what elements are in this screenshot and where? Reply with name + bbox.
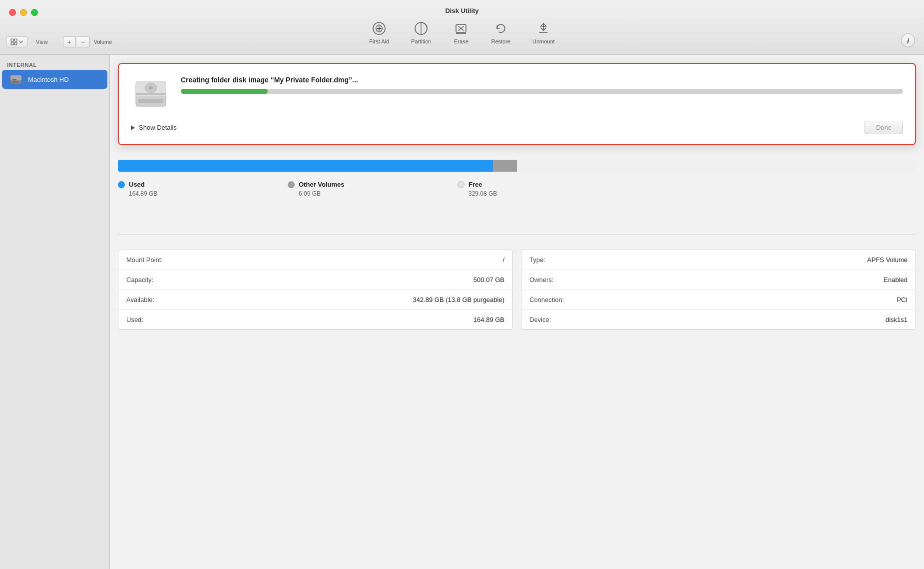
- other-label: Other Volumes: [299, 181, 345, 188]
- toolbar-first-aid[interactable]: First Aid: [365, 18, 393, 46]
- legend-item-used: Used 164.89 GB: [118, 181, 288, 197]
- erase-label: Erase: [454, 38, 468, 44]
- info-row-mount: Mount Point: /: [118, 250, 512, 270]
- info-table: Mount Point: / Capacity: 500.07 GB Avail…: [118, 250, 916, 330]
- toolbar-partition[interactable]: Partition: [407, 18, 435, 46]
- svg-rect-6: [14, 39, 17, 41]
- used-value: 164.89 GB: [118, 190, 157, 197]
- sidebar: Internal Macintosh HD: [0, 55, 110, 569]
- storage-bar: [118, 160, 916, 172]
- sidebar-item-macintosh-hd[interactable]: Macintosh HD: [2, 70, 107, 89]
- sidebar-section-internal: Internal: [0, 62, 109, 68]
- storage-bar-free: [517, 160, 916, 172]
- restore-icon: [493, 20, 509, 36]
- info-row-device: Device: disk1s1: [521, 310, 916, 329]
- mount-key: Mount Point:: [126, 256, 163, 264]
- add-volume-button[interactable]: +: [63, 36, 76, 47]
- maximize-button[interactable]: [31, 9, 38, 16]
- info-row-available: Available: 342.89 GB (13.8 GB purgeable): [118, 290, 512, 310]
- legend-item-free: Free 329.08 GB: [458, 181, 627, 197]
- type-key: Type:: [529, 256, 545, 264]
- toolbar-erase[interactable]: Erase: [449, 18, 473, 46]
- other-value: 6.09 GB: [288, 190, 321, 197]
- info-row-used: Used: 164.89 GB: [118, 310, 512, 329]
- owners-key: Owners:: [529, 276, 553, 284]
- device-val: disk1s1: [886, 316, 908, 323]
- info-row-connection: Connection: PCI: [521, 290, 916, 310]
- divider: [118, 235, 916, 235]
- main-content: Internal Macintosh HD 500.07 GB SHARED B…: [0, 55, 924, 569]
- info-row-capacity: Capacity: 500.07 GB: [118, 270, 512, 290]
- available-key: Available:: [126, 296, 154, 303]
- used-dot: [118, 181, 125, 188]
- storage-bar-other: [493, 160, 517, 172]
- legend-top-other: Other Volumes: [288, 181, 345, 188]
- unmount-label: Unmount: [532, 38, 555, 44]
- done-button[interactable]: Done: [865, 121, 903, 134]
- capacity-key: Capacity:: [126, 276, 153, 284]
- first-aid-label: First Aid: [369, 38, 389, 44]
- dialog-content: Creating folder disk image “My Private F…: [131, 74, 903, 134]
- svg-rect-13: [12, 79, 16, 80]
- disk-image-icon: [131, 74, 171, 114]
- progress-bar-container: [181, 89, 903, 94]
- view-button[interactable]: [6, 36, 28, 47]
- view-label: View: [36, 39, 48, 45]
- info-button[interactable]: i: [901, 33, 915, 47]
- minimize-button[interactable]: [20, 9, 27, 16]
- svg-rect-16: [136, 93, 166, 95]
- toolbar-unmount[interactable]: Unmount: [528, 18, 559, 46]
- dialog-top-row: Creating folder disk image “My Private F…: [131, 74, 903, 114]
- legend-top-used: Used: [118, 181, 145, 188]
- used-val: 164.89 GB: [473, 316, 504, 323]
- remove-volume-button[interactable]: −: [77, 36, 90, 47]
- used-key: Used:: [126, 316, 143, 323]
- restore-label: Restore: [491, 38, 510, 44]
- legend-item-other: Other Volumes 6.09 GB: [288, 181, 458, 197]
- toolbar-restore[interactable]: Restore: [487, 18, 514, 46]
- first-aid-icon: [371, 20, 387, 36]
- dialog-title: Creating folder disk image “My Private F…: [181, 76, 903, 84]
- info-col-left: Mount Point: / Capacity: 500.07 GB Avail…: [118, 250, 513, 330]
- hard-disk-icon: [9, 72, 23, 86]
- toolbar: First Aid Partition Erase: [365, 18, 558, 46]
- legend-top-free: Free: [458, 181, 482, 188]
- unmount-icon: [535, 20, 551, 36]
- info-row-type: Type: APFS Volume: [521, 250, 916, 270]
- partition-icon: [413, 20, 429, 36]
- owners-val: Enabled: [884, 276, 908, 284]
- progress-bar-fill: [181, 89, 268, 94]
- storage-bar-used: [118, 160, 493, 172]
- window-controls: [9, 9, 38, 16]
- svg-rect-5: [11, 39, 13, 41]
- sidebar-item-label: Macintosh HD: [28, 76, 69, 83]
- close-button[interactable]: [9, 9, 16, 16]
- show-details-button[interactable]: Show Details: [131, 124, 177, 131]
- show-details-label: Show Details: [139, 124, 177, 131]
- device-key: Device:: [529, 316, 551, 323]
- free-label: Free: [468, 181, 482, 188]
- other-dot: [288, 181, 295, 188]
- connection-val: PCI: [897, 296, 908, 303]
- svg-point-19: [149, 86, 153, 89]
- info-col-right: Type: APFS Volume Owners: Enabled Connec…: [521, 250, 916, 330]
- volume-label: Volume: [94, 39, 112, 45]
- right-panel: 500.07 GB SHARED BY 4 VOLUMES: [110, 55, 924, 569]
- dialog-overlay: Creating folder disk image “My Private F…: [118, 63, 916, 145]
- title-bar: Disk Utility First Aid Partition: [0, 0, 924, 55]
- info-row-owners: Owners: Enabled: [521, 270, 916, 290]
- svg-point-12: [18, 82, 19, 83]
- available-val: 342.89 GB (13.8 GB purgeable): [413, 296, 504, 303]
- free-dot: [458, 181, 464, 188]
- svg-rect-8: [14, 42, 17, 45]
- capacity-val: 500.07 GB: [473, 276, 504, 284]
- type-val: APFS Volume: [867, 256, 908, 264]
- triangle-icon: [131, 125, 135, 130]
- view-chevron-icon: [18, 39, 23, 44]
- partition-label: Partition: [411, 38, 431, 44]
- connection-key: Connection:: [529, 296, 564, 303]
- free-value: 329.08 GB: [458, 190, 497, 197]
- view-grid-icon: [10, 38, 17, 45]
- view-section: View + − Volume: [6, 36, 112, 47]
- erase-icon: [453, 20, 469, 36]
